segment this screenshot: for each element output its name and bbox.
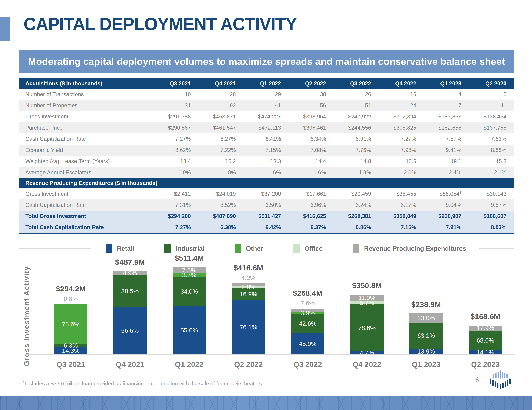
table-cell: $396,461 — [289, 122, 334, 133]
table-cell: 14.8 — [334, 156, 379, 167]
table-cell: 6.91% — [334, 133, 379, 145]
rpe-legend-swatch — [353, 244, 359, 253]
outside-percent-label: 0.8% — [64, 295, 78, 302]
table-cell: $511,427 — [244, 210, 289, 222]
table-cell: 6.86% — [334, 222, 379, 234]
footer-divider — [484, 371, 484, 388]
chart-bar-slot: 17.9%68.0%14.1%$168.6M — [456, 259, 515, 354]
table-cell: 8.52% — [199, 200, 244, 210]
y-axis-title: Gross Investment Activity — [23, 266, 31, 366]
table-row: Number of Properties319241565124711 — [19, 100, 514, 111]
legend-item: Revenue Producing Expenditures — [353, 244, 466, 253]
table-cell: 15.2 — [199, 156, 244, 167]
legend-label: Office — [304, 245, 323, 252]
table-cell: 7.27% — [153, 222, 199, 234]
bar-total-label: $511.4M — [175, 254, 204, 263]
table-cell: 15.3 — [469, 156, 514, 167]
other-segment: 3.7% — [172, 273, 206, 277]
chart-legend: RetailIndustrialOtherOfficeRevenue Produ… — [19, 244, 514, 253]
segment-label: 4.7% — [343, 349, 391, 356]
table-cell: 13.3 — [244, 156, 289, 167]
table-cell: $17,661 — [289, 188, 334, 200]
column-header: Q1 2022 — [244, 78, 289, 89]
table-cell: 38 — [289, 89, 334, 100]
footnote-text: Includes a $33.0 million loan provided a… — [25, 381, 263, 386]
column-header: Q1 2023 — [424, 78, 469, 89]
table-row: Average Annual Escalators1.9%1.8%1.6%1.6… — [19, 167, 514, 178]
outside-percent-label: 7.6% — [301, 300, 315, 307]
table-cell: $398,964 — [289, 111, 334, 122]
table-cell: $24,019 — [199, 188, 244, 200]
bar-total-label: $238.9M — [411, 300, 441, 309]
office-segment: 5.7% — [350, 301, 384, 304]
legend-items: RetailIndustrialOtherOfficeRevenue Produ… — [105, 244, 466, 253]
table-cell: 6.41% — [244, 133, 289, 145]
table-cell: $138,464 — [469, 111, 514, 122]
industrial-legend-swatch — [164, 244, 171, 253]
table-cell: $291,788 — [153, 111, 199, 122]
title-accent-rect — [0, 17, 10, 41]
table-cell: 7 — [424, 100, 469, 111]
table-cell: 31 — [153, 100, 199, 111]
table-cell: 7.15% — [244, 145, 289, 156]
other-legend-swatch — [235, 244, 241, 253]
legend-item: Other — [235, 244, 263, 253]
legend-label: Other — [246, 245, 263, 252]
industrial-segment: 63.1% — [409, 323, 443, 348]
table-cell: 7.31% — [153, 200, 199, 210]
stacked-bar: 3.9%42.6%45.9% — [291, 309, 324, 354]
bar-total-label: $268.4M — [293, 289, 323, 298]
column-header: Q3 2022 — [334, 78, 379, 89]
table-cell: $472,113 — [244, 122, 289, 133]
table-cell: $290,567 — [153, 122, 199, 133]
table-row: Economic Yield8.62%7.22%7.15%7.08%7.76%7… — [19, 145, 514, 156]
industrial-segment: 6.3% — [54, 344, 87, 347]
segment-label: 23.0% — [402, 315, 450, 322]
page-footer: 6 — [475, 368, 516, 392]
retail-segment: 13.9% — [409, 348, 443, 354]
subtitle-banner: Moderating capital deployment volumes to… — [19, 50, 514, 73]
table-cell: $37,200 — [244, 188, 289, 200]
table-cell: 4 — [424, 89, 469, 100]
table-cell: 10 — [153, 89, 199, 100]
table-cell: $474,227 — [244, 111, 289, 122]
table-cell: 7.63% — [469, 133, 514, 145]
segment-label: 14.3% — [47, 347, 95, 354]
subtitle-text: Moderating capital deployment volumes to… — [28, 56, 505, 67]
table-cell: 7.57% — [424, 133, 469, 145]
footnote: 1Includes a $33.0 million loan provided … — [23, 380, 263, 387]
table-total-row: Total Cash Capitalization Rate7.27%6.38%… — [19, 222, 514, 234]
row-label: Cash Capitalization Rate — [19, 133, 153, 145]
category-label: Q2 2022 — [219, 360, 278, 369]
table-cell: $463,871 — [199, 111, 244, 122]
table-cell: $55,0541 — [424, 188, 469, 200]
table-cell: 1.9% — [153, 167, 199, 178]
table-cell: $238,907 — [424, 210, 469, 222]
table-cell: 6.42% — [244, 222, 289, 234]
table-section-header-label: Revenue Producing Expenditures ($ in tho… — [19, 178, 514, 188]
table-row: Cash Capitalization Rate7.31%8.52%6.50%6… — [19, 200, 514, 210]
column-header: Q2 2022 — [289, 78, 334, 89]
legend-label: Industrial — [176, 245, 204, 252]
table-cell: 2.1% — [469, 167, 514, 178]
segment-label: 55.0% — [165, 327, 213, 334]
segment-label: 4.9% — [106, 270, 154, 277]
rpe-segment: 4.9% — [113, 271, 147, 275]
table-cell: 9.41% — [424, 145, 469, 156]
stacked-bar: 17.9%68.0%14.1% — [469, 326, 502, 354]
table-cell: $294,200 — [153, 210, 199, 222]
retail-legend-swatch — [105, 244, 112, 253]
table-cell: 6.27% — [199, 133, 244, 145]
office-legend-swatch — [293, 244, 300, 253]
segment-label: 17.9% — [462, 324, 509, 332]
table-cell: 29 — [244, 89, 289, 100]
table-cell: $247,922 — [334, 111, 379, 122]
acquisitions-table: Acquisitions ($ in thousands)Q3 2021Q4 2… — [19, 78, 514, 234]
table-cell: $350,849 — [379, 210, 424, 222]
rpe-segment: 23.0% — [409, 313, 443, 323]
table-cell: 1.6% — [244, 167, 289, 178]
table-row: Weighted Avg. Lease Term (Years)18.415.2… — [19, 156, 514, 167]
category-label: Q1 2022 — [160, 360, 219, 369]
table-cell: 7.98% — [379, 145, 424, 156]
bar-total-label: $294.2M — [56, 284, 86, 293]
